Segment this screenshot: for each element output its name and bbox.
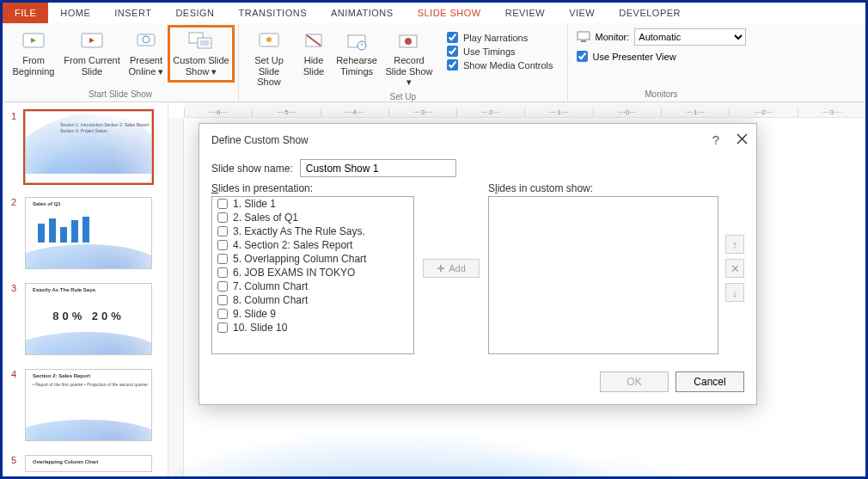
setup-icon: [255, 29, 283, 53]
slides-in-custom-show-label: Slides in custom show:: [488, 182, 718, 194]
play-narrations-checkbox[interactable]: Play Narrations: [447, 32, 553, 43]
add-icon: [437, 264, 445, 273]
tab-home[interactable]: HOME: [48, 3, 102, 23]
setup-label: Set Up Slide Show: [247, 55, 291, 88]
list-item[interactable]: 10. Slide 10: [212, 321, 413, 335]
custom-show-label: Custom Slide Show ▾: [172, 55, 230, 77]
thumbnail-2[interactable]: 2 Sales of Q1: [11, 197, 162, 269]
tab-developer[interactable]: DEVELOPER: [607, 3, 693, 23]
ok-button[interactable]: OK: [600, 372, 669, 392]
list-item[interactable]: 9. Slide 9: [212, 307, 413, 321]
rehearse-timings-button[interactable]: Rehearse Timings: [333, 27, 380, 81]
group-monitors-label: Monitors: [568, 89, 755, 101]
list-item[interactable]: 3. Exactly As The Rule Says.: [212, 224, 413, 238]
tab-design[interactable]: DESIGN: [163, 3, 226, 23]
thumbnail-4[interactable]: 4 Section 2: Sales Report • Report of th…: [11, 369, 162, 441]
hide-slide-button[interactable]: Hide Slide: [296, 27, 332, 81]
define-custom-show-dialog: Define Custom Show ? Slide show name: SS…: [199, 123, 757, 405]
list-item[interactable]: 2. Sales of Q1: [212, 211, 413, 224]
show-media-checkbox[interactable]: Show Media Controls: [447, 59, 553, 71]
svg-rect-19: [581, 40, 586, 42]
play-start-icon: [20, 29, 47, 53]
tab-file[interactable]: FILE: [3, 3, 48, 23]
cancel-button[interactable]: Cancel: [675, 372, 744, 392]
slide-editor[interactable]: ····6········5········4········3········…: [168, 102, 865, 476]
dialog-title: Define Custom Show: [211, 134, 309, 146]
move-up-button[interactable]: ↑: [725, 235, 744, 254]
record-icon: [395, 29, 423, 53]
monitor-select[interactable]: Automatic: [634, 28, 746, 46]
slides-in-presentation-list[interactable]: 1. Slide 1 2. Sales of Q1 3. Exactly As …: [211, 196, 414, 354]
tab-insert[interactable]: INSERT: [102, 3, 163, 23]
close-icon: [737, 133, 748, 144]
monitor-icon: [577, 31, 590, 43]
rehearse-label: Rehearse Timings: [336, 55, 377, 77]
from-current-button[interactable]: From Current Slide: [61, 27, 123, 81]
hide-slide-icon: [300, 29, 327, 53]
present-online-button[interactable]: Present Online ▾: [125, 27, 168, 81]
from-beginning-button[interactable]: From Beginning: [8, 27, 59, 81]
thumbnail-1[interactable]: 1 Section 1: Introduction Section 2: Sal…: [11, 111, 162, 183]
tab-animations[interactable]: ANIMATIONS: [319, 3, 406, 23]
from-current-label: From Current Slide: [64, 55, 120, 77]
svg-rect-8: [200, 40, 209, 46]
tab-transitions[interactable]: TRANSITIONS: [227, 3, 319, 23]
record-slideshow-button[interactable]: Record Slide Show ▾: [382, 27, 437, 92]
list-item[interactable]: 8. Column Chart: [212, 293, 413, 307]
set-up-slideshow-button[interactable]: Set Up Slide Show: [244, 27, 294, 92]
tab-slideshow[interactable]: SLIDE SHOW: [406, 3, 493, 23]
show-name-input[interactable]: [300, 159, 456, 177]
svg-rect-18: [578, 32, 590, 40]
list-item[interactable]: 4. Section 2: Sales Report: [212, 238, 413, 252]
list-item[interactable]: 6. JOB EXAMS IN TOKYO: [212, 266, 413, 279]
thumbnail-5[interactable]: 5 Overlapping Column Chart: [11, 455, 162, 472]
present-online-icon: [132, 29, 160, 53]
use-timings-checkbox[interactable]: Use Timings: [447, 46, 553, 57]
present-online-label: Present Online ▾: [127, 55, 165, 77]
remove-button[interactable]: ✕: [725, 259, 744, 278]
svg-point-10: [266, 37, 272, 42]
tab-view[interactable]: VIEW: [557, 3, 607, 23]
presenter-view-checkbox[interactable]: Use Presenter View: [577, 51, 747, 62]
slide-thumbnails-panel[interactable]: 1 Section 1: Introduction Section 2: Sal…: [3, 102, 168, 476]
list-item[interactable]: 5. Overlapping Column Chart: [212, 252, 413, 266]
group-start-label: Start Slide Show: [3, 89, 238, 101]
hide-slide-label: Hide Slide: [298, 55, 329, 77]
record-label: Record Slide Show ▾: [384, 55, 434, 88]
rehearse-icon: [343, 29, 370, 53]
horizontal-ruler: ····6········5········4········3········…: [184, 102, 865, 118]
play-current-icon: [78, 29, 106, 53]
add-button[interactable]: Add: [423, 259, 480, 278]
list-item[interactable]: 1. Slide 1: [212, 197, 413, 211]
thumbnail-3[interactable]: 3 Exactly As The Rule Says. 80% 20%: [11, 283, 162, 355]
show-name-label: Slide show name:: [211, 163, 293, 175]
dialog-close-button[interactable]: [737, 132, 748, 147]
tab-review[interactable]: REVIEW: [493, 3, 557, 23]
move-down-button[interactable]: ↓: [725, 283, 744, 302]
slides-in-presentation-label: SSlides in presentation:lides in present…: [211, 182, 414, 194]
custom-slide-show-button[interactable]: Custom Slide Show ▾: [169, 27, 233, 81]
list-item[interactable]: 7. Column Chart: [212, 279, 413, 293]
custom-show-icon: [187, 29, 215, 53]
svg-point-17: [405, 38, 412, 45]
slides-in-custom-show-list[interactable]: [488, 196, 718, 354]
dialog-help-button[interactable]: ?: [712, 132, 719, 147]
monitor-label: Monitor:: [596, 32, 630, 42]
from-beginning-label: From Beginning: [10, 55, 57, 77]
